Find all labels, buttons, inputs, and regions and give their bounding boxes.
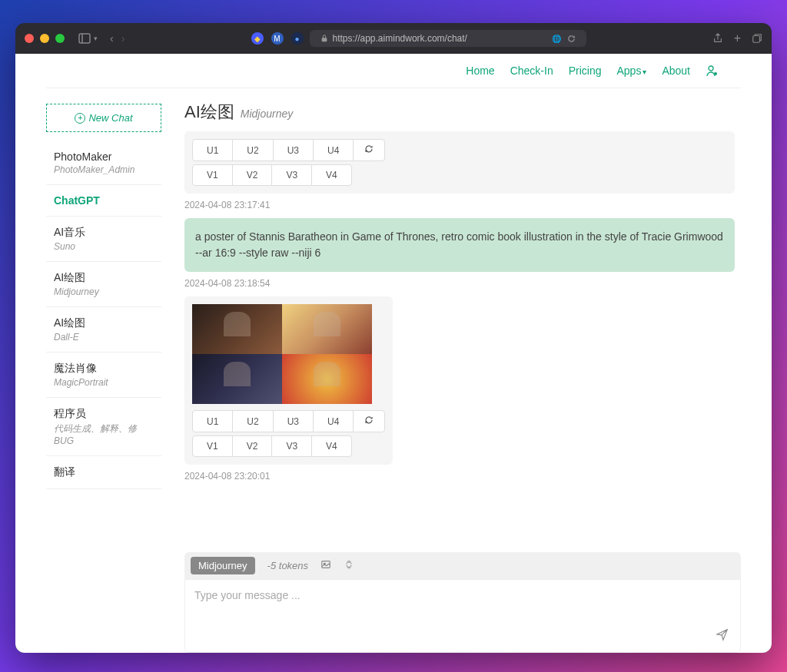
browser-window: ▾ ‹ › ◆ M ● https://app.aimindwork.com/c…: [15, 23, 772, 653]
page-header: Home Check-In Pricing Apps About: [46, 54, 741, 88]
sidebar-item-label: 翻译: [54, 465, 154, 479]
variation-3-button[interactable]: V3: [271, 164, 312, 186]
sidebar-item-label: AI绘图: [54, 271, 154, 285]
generated-image-2[interactable]: [282, 304, 372, 354]
browser-sidebar-toggle[interactable]: ▾: [78, 32, 98, 45]
chat-title: AI绘图: [184, 101, 234, 124]
variation-2-button[interactable]: V2: [232, 435, 273, 457]
chat-subtitle: Midjourney: [241, 108, 293, 120]
chat-header: AI绘图 Midjourney: [184, 88, 741, 131]
traffic-lights: [25, 34, 65, 43]
messages-list[interactable]: U1 U2 U3 U4 V1 V2 V3 V4: [184, 131, 741, 546]
plus-icon: +: [75, 113, 85, 124]
sidebar-item-photomaker[interactable]: PhotoMaker PhotoMaker_Admin: [46, 141, 161, 185]
upscale-4-button[interactable]: U4: [313, 139, 354, 161]
svg-rect-0: [79, 34, 90, 43]
sidebar-item-midjourney[interactable]: AI绘图 Midjourney: [46, 262, 161, 307]
message-input[interactable]: [185, 580, 740, 649]
page-content: Home Check-In Pricing Apps About + New C…: [15, 54, 772, 653]
translate-icon[interactable]: 🌐: [552, 35, 561, 43]
new-tab-icon[interactable]: +: [734, 31, 741, 45]
sidebar-item-label: AI音乐: [54, 226, 154, 240]
main-content: + New Chat PhotoMaker PhotoMaker_Admin C…: [15, 88, 772, 653]
message-assistant: U1 U2 U3 U4 V1 V2 V3 V4: [184, 131, 735, 210]
message-timestamp: 2024-04-08 23:17:41: [184, 200, 735, 210]
back-button[interactable]: ‹: [110, 32, 114, 45]
message-timestamp: 2024-04-08 23:20:01: [184, 471, 735, 482]
chat-sidebar: + New Chat PhotoMaker PhotoMaker_Admin C…: [46, 88, 161, 653]
share-icon[interactable]: [712, 33, 723, 44]
upscale-1-button[interactable]: U1: [192, 410, 233, 432]
input-area: Midjourney -5 tokens: [184, 552, 741, 653]
reload-icon[interactable]: [567, 35, 576, 43]
svg-point-4: [709, 66, 713, 71]
lock-icon: [320, 35, 328, 42]
url-bar[interactable]: https://app.aimindwork.com/chat/ 🌐: [310, 30, 586, 47]
sidebar-item-aimusic[interactable]: AI音乐 Suno: [46, 217, 161, 262]
variation-3-button[interactable]: V3: [271, 435, 312, 457]
generated-image-1[interactable]: [192, 304, 282, 354]
url-text: https://app.aimindwork.com/chat/: [333, 33, 467, 44]
user-prompt: a poster of Stannis Baratheon in Game of…: [184, 218, 735, 272]
input-box: [184, 579, 741, 653]
token-count: -5 tokens: [267, 560, 308, 571]
variation-4-button[interactable]: V4: [311, 164, 352, 186]
sidebar-item-translate[interactable]: 翻译: [46, 456, 161, 489]
upscale-2-button[interactable]: U2: [232, 139, 273, 161]
chat-area: AI绘图 Midjourney U1 U2 U3 U4: [184, 88, 741, 653]
sidebar-item-dalle[interactable]: AI绘图 Dall-E: [46, 307, 161, 353]
extension-icon-1[interactable]: ◆: [251, 32, 264, 45]
sidebar-item-label: ChatGPT: [54, 194, 154, 207]
sidebar-item-label: 魔法肖像: [54, 362, 154, 376]
generated-images[interactable]: [192, 304, 372, 404]
svg-point-5: [714, 72, 717, 75]
upscale-4-button[interactable]: U4: [313, 410, 354, 432]
nav-arrows: ‹ ›: [110, 32, 125, 45]
extension-icon-3[interactable]: ●: [291, 32, 304, 45]
variation-4-button[interactable]: V4: [311, 435, 352, 457]
message-assistant: U1 U2 U3 U4 V1 V2 V3 V4: [184, 296, 735, 482]
sidebar-item-chatgpt[interactable]: ChatGPT: [46, 185, 161, 217]
upscale-1-button[interactable]: U1: [192, 139, 233, 161]
forward-button[interactable]: ›: [121, 32, 125, 45]
new-chat-button[interactable]: + New Chat: [46, 104, 161, 132]
variation-2-button[interactable]: V2: [232, 164, 273, 186]
svg-rect-2: [321, 38, 327, 41]
maximize-window[interactable]: [55, 34, 65, 43]
url-area: ◆ M ● https://app.aimindwork.com/chat/ 🌐: [131, 30, 706, 47]
variation-1-button[interactable]: V1: [192, 164, 233, 186]
send-button[interactable]: [716, 627, 729, 644]
nav-checkin[interactable]: Check-In: [510, 65, 553, 77]
user-icon[interactable]: [706, 65, 718, 77]
extension-icon-2[interactable]: M: [271, 32, 284, 45]
minimize-window[interactable]: [40, 34, 49, 43]
reroll-button[interactable]: [353, 139, 385, 161]
message-bubble: U1 U2 U3 U4 V1 V2 V3 V4: [184, 131, 735, 194]
upscale-2-button[interactable]: U2: [232, 410, 273, 432]
titlebar: ▾ ‹ › ◆ M ● https://app.aimindwork.com/c…: [15, 23, 772, 54]
reroll-button[interactable]: [353, 410, 385, 432]
tabs-icon[interactable]: [752, 33, 762, 44]
message-user: a poster of Stannis Baratheon in Game of…: [184, 218, 735, 289]
sidebar-item-programmer[interactable]: 程序员 代码生成、解释、修BUG: [46, 398, 161, 456]
svg-rect-3: [753, 36, 760, 43]
message-bubble: U1 U2 U3 U4 V1 V2 V3 V4: [184, 296, 393, 465]
generated-image-4[interactable]: [282, 354, 372, 404]
nav-pricing[interactable]: Pricing: [569, 65, 602, 77]
sidebar-item-magicportrait[interactable]: 魔法肖像 MagicPortrait: [46, 353, 161, 398]
sidebar-item-label: PhotoMaker: [54, 151, 154, 163]
upscale-3-button[interactable]: U3: [273, 410, 314, 432]
upscale-3-button[interactable]: U3: [273, 139, 314, 161]
sidebar-item-label: AI绘图: [54, 316, 154, 330]
nav-home[interactable]: Home: [466, 65, 494, 77]
nav-about[interactable]: About: [662, 65, 690, 77]
input-toolbar: Midjourney -5 tokens: [184, 552, 741, 579]
settings-icon[interactable]: [344, 559, 354, 573]
model-badge[interactable]: Midjourney: [191, 557, 255, 574]
nav-apps[interactable]: Apps: [616, 65, 646, 77]
close-window[interactable]: [25, 34, 34, 43]
message-timestamp: 2024-04-08 23:18:54: [184, 278, 735, 289]
generated-image-3[interactable]: [192, 354, 282, 404]
image-upload-icon[interactable]: [320, 559, 331, 573]
variation-1-button[interactable]: V1: [192, 435, 233, 457]
